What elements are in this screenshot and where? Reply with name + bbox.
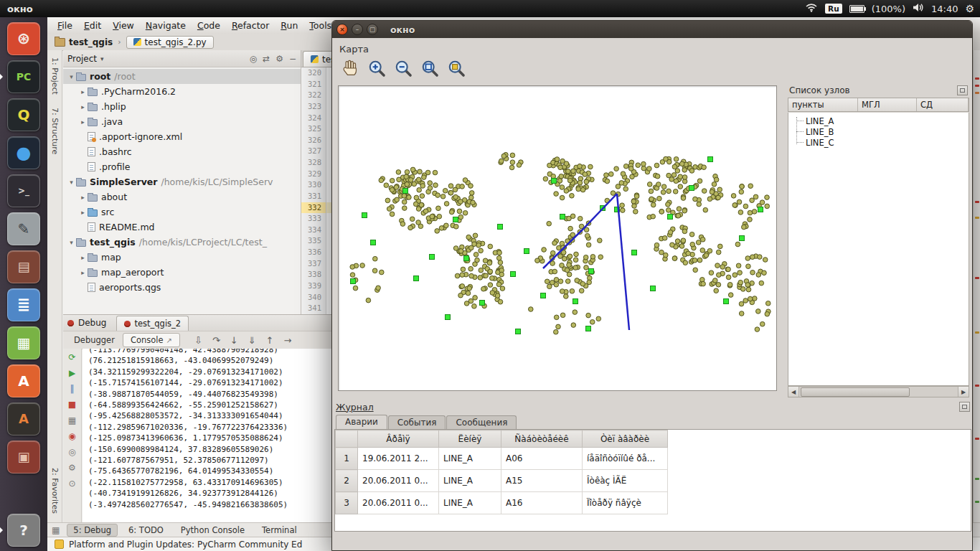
pan-hand-button[interactable] [339,58,361,80]
step-into-icon[interactable]: ↓ [230,335,238,346]
force-step-into-icon[interactable]: ⇓ [248,335,256,346]
launcher-item-qgis[interactable]: Q [0,95,47,133]
zoom-full-extent-button[interactable] [419,58,440,80]
error-stripe-mark[interactable] [975,277,979,279]
log-row-number[interactable]: 3 [336,492,358,514]
scroll-left-icon[interactable]: ◀ [788,387,799,397]
debug-session-tab[interactable]: test_qgis_2 [116,316,189,331]
battery-icon[interactable] [849,5,864,13]
log-column-header[interactable]: Ëèíèÿ [439,430,501,448]
log-cell[interactable]: A06 [501,448,583,470]
chevron-icon[interactable]: ▾ [67,239,75,246]
nodes-column-2[interactable]: СД [917,98,969,111]
notification-icon[interactable] [55,540,64,549]
node-item[interactable]: LINE_B [793,126,969,137]
restore-layout-icon[interactable]: ▦ [68,416,76,425]
breakpoints-icon[interactable]: ◉ [68,432,75,441]
status-message[interactable]: Platform and Plugin Updates: PyCharm Com… [69,540,302,550]
error-stripe-mark[interactable] [975,478,979,480]
project-tree-item[interactable]: ▸.hplip [63,99,301,114]
zoom-to-selection-button[interactable] [446,58,467,80]
project-tree-item[interactable]: README.md [63,220,301,235]
launcher-item-lo-writer[interactable]: ≣ [0,286,47,324]
launcher-item-font-app[interactable]: A [0,362,47,400]
nodes-tree-body[interactable]: LINE_ALINE_BLINE_C [788,113,969,386]
scroll-right-icon[interactable]: ▶ [958,387,969,397]
log-column-header[interactable]: Âðåìÿ [358,430,439,448]
launcher-item-text-editor[interactable]: ✎ [0,209,47,248]
project-tree-item[interactable]: ▸map [63,250,301,265]
chevron-icon[interactable]: ▸ [79,194,87,201]
project-tree-item[interactable]: ▸src [63,204,301,220]
project-tree-item[interactable]: ▾test_qgis /home/kis/LCProject/LC/test_ [63,235,301,250]
project-tree-item[interactable]: ▾SimpleServer /home/kis/LC/SimpleServ [63,174,301,189]
project-tree-item[interactable]: ▸map_aeroport [63,265,301,280]
minimize-button[interactable]: – [352,24,363,35]
step-over-icon[interactable]: ↷ [212,335,220,346]
error-stripe-mark[interactable] [975,217,979,219]
log-cell[interactable]: A15 [501,470,583,492]
mute-breakpoints-icon[interactable]: ◎ [68,448,75,456]
chevron-icon[interactable]: ▾ [67,179,75,186]
maximize-button[interactable]: ▢ [367,24,378,35]
launcher-item-ubuntu-dash[interactable]: ⊛ [0,19,47,57]
okno-title-bar[interactable]: × – ▢ окно [332,21,972,38]
pause-icon[interactable]: ‖ [70,385,75,393]
project-header-icon-2[interactable]: ⚙ [275,54,283,64]
keyboard-layout-indicator[interactable]: Ru [825,4,842,14]
log-cell[interactable]: LINE_A [439,492,501,514]
breadcrumb-file[interactable]: test_qgis_2.py [126,36,214,49]
map-canvas[interactable] [338,85,777,391]
breadcrumb-project[interactable]: test_qgis [69,37,113,47]
menu-code[interactable]: Code [192,18,226,34]
project-panel-title[interactable]: Project [67,54,97,64]
log-column-header[interactable]: Òèï àâàðèè [583,430,668,448]
stripe-structure[interactable]: 7: Structure [50,108,60,154]
log-cell[interactable]: 20.06.2011 0... [358,470,439,492]
launcher-item-package-box[interactable]: ▣ [0,438,47,476]
project-tree-item[interactable]: aeroports.qgs [63,280,301,295]
menu-run[interactable]: Run [275,18,303,34]
log-cell[interactable]: LINE_A [439,470,501,492]
project-tree-item[interactable]: .bashrc [63,144,301,159]
error-stripe-mark[interactable] [975,201,979,203]
chevron-icon[interactable]: ▸ [79,254,87,261]
launcher-item-software-center[interactable]: A [0,400,47,438]
stop-icon[interactable]: ■ [68,400,76,409]
bottom-bar-6-todo[interactable]: 6: TODO [122,524,170,537]
bottom-bar-5-debug[interactable]: 5: Debug [67,524,118,537]
menu-file[interactable]: File [52,18,78,34]
menu-refactor[interactable]: Refactor [226,18,275,34]
chevron-icon[interactable]: ▸ [79,118,87,126]
debug-tab-debugger[interactable]: Debugger [66,333,123,347]
log-row-number[interactable]: 1 [336,448,358,470]
launcher-item-browser[interactable]: ● [0,133,47,171]
nodes-column-1[interactable]: МГЛ [858,98,917,111]
log-cell[interactable]: Ïîòåðÿ ñâÿçè [583,492,668,514]
run-to-cursor-icon[interactable]: → [284,335,292,346]
project-tree-item[interactable]: ▸.PyCharm2016.2 [63,84,301,99]
chevron-icon[interactable]: ▸ [79,269,87,276]
log-tab-события[interactable]: События [388,415,446,429]
error-stripe-mark[interactable] [975,385,979,387]
chevron-icon[interactable]: ▸ [79,209,87,216]
log-tab-аварии[interactable]: Аварии [336,415,387,429]
menu-view[interactable]: View [107,18,140,34]
log-cell[interactable]: Îòêàç ÌÃË [583,470,668,492]
project-header-icon-0[interactable]: ◎ [250,54,257,64]
close-button[interactable]: × [336,24,348,35]
project-header-icon-3[interactable]: − [289,54,296,64]
debug-tab-console[interactable]: Console↗ [123,333,180,347]
error-stripe-mark[interactable] [975,92,979,94]
scrollbar-thumb[interactable] [801,387,910,397]
error-stripe[interactable] [973,50,980,522]
wifi-icon[interactable] [805,3,818,14]
error-stripe-mark[interactable] [975,331,979,334]
editor-gutter[interactable]: 3203213223233243253263273283293303313323… [301,67,326,314]
chevron-icon[interactable]: ▸ [79,103,87,110]
step-out-icon[interactable]: ↑ [266,335,274,346]
resume-icon[interactable]: ▶ [69,369,75,377]
pin-icon[interactable]: ⊙ [68,479,75,488]
error-stripe-mark[interactable] [975,77,979,80]
chevron-icon[interactable]: ▾ [67,73,75,80]
